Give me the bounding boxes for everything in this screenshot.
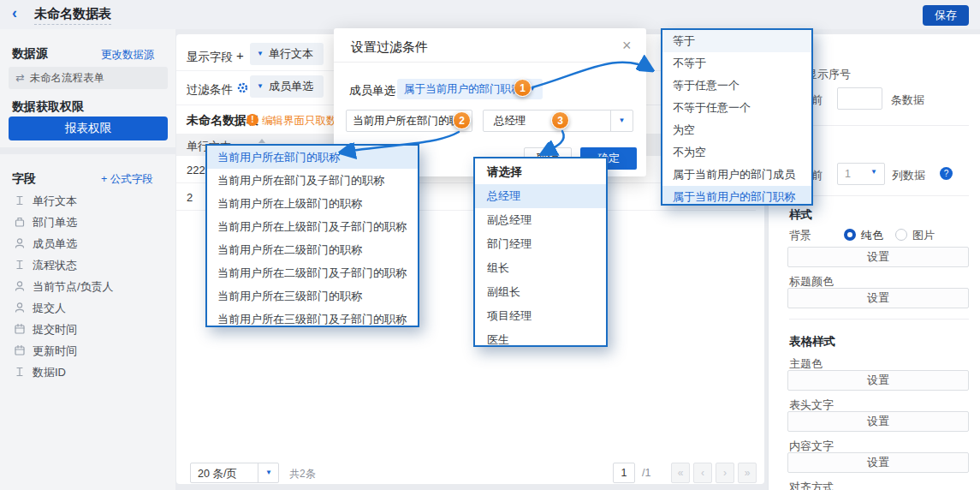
- field-item[interactable]: 当前节点/负责人: [0, 276, 175, 297]
- dropdown-option[interactable]: 等于: [662, 30, 811, 52]
- dropdown-placeholder: 请选择: [475, 158, 606, 184]
- content-text-set-button[interactable]: 设置: [787, 452, 969, 473]
- save-button[interactable]: 保存: [923, 5, 969, 26]
- dropdown-option[interactable]: 当前用户所在上级部门及子部门的职称: [207, 215, 418, 238]
- back-icon[interactable]: ‹: [12, 4, 17, 22]
- close-icon[interactable]: ×: [622, 37, 632, 55]
- add-formula-field-link[interactable]: + 公式字段: [101, 172, 153, 187]
- dropdown-option[interactable]: 属于当前用户的部门成员: [662, 164, 811, 186]
- datasource-name: 未命名流程表单: [29, 72, 104, 84]
- report-permission-button[interactable]: 报表权限: [9, 117, 168, 140]
- field-item[interactable]: 单行文本: [0, 190, 175, 212]
- dropdown-option[interactable]: 副组长: [475, 280, 606, 304]
- next-page-button[interactable]: ›: [716, 463, 734, 483]
- dropdown-option[interactable]: 当前用户所在二级部门及子部门的职称: [207, 261, 418, 284]
- freeze-count-select[interactable]: 1 ▼: [837, 163, 885, 185]
- solid-radio[interactable]: [844, 229, 856, 241]
- show-front-count-input[interactable]: [837, 87, 882, 110]
- prev-page-button[interactable]: ‹: [693, 463, 712, 483]
- dropdown-option[interactable]: 不等于: [662, 52, 811, 75]
- change-datasource-link[interactable]: 更改数据源: [101, 48, 155, 63]
- dropdown-option[interactable]: 医生: [475, 328, 606, 347]
- field-label: 部门单选: [33, 215, 77, 230]
- title-color-set-button[interactable]: 设置: [787, 288, 969, 308]
- field-item[interactable]: 数据ID: [0, 362, 175, 383]
- page-size-select[interactable]: 20 条/页 ▼: [190, 463, 279, 483]
- image-label: 图片: [912, 228, 935, 243]
- image-radio[interactable]: [895, 229, 907, 241]
- first-page-button[interactable]: «: [671, 463, 690, 483]
- align-label: 对齐方式: [789, 480, 834, 490]
- page-size-value: 20 条/页: [198, 467, 237, 481]
- field-label: 单行文本: [33, 194, 77, 209]
- dropdown-option[interactable]: 副总经理: [475, 208, 606, 232]
- dropdown-option[interactable]: 部门经理: [475, 232, 606, 256]
- sidebar-divider: [0, 147, 175, 154]
- field-label: 当前节点/负责人: [33, 279, 114, 295]
- field-label: 数据ID: [33, 365, 66, 380]
- total-count: 共2条: [289, 467, 316, 481]
- dropdown-option[interactable]: 当前用户所在上级部门的职称: [207, 192, 418, 215]
- field-item[interactable]: 部门单选: [0, 212, 175, 233]
- freeze-count-value: 1: [845, 168, 851, 180]
- last-page-button[interactable]: »: [738, 463, 757, 483]
- current-page-input[interactable]: 1: [613, 463, 635, 483]
- cell-value: 2: [187, 191, 193, 204]
- dropdown-option[interactable]: 总经理: [475, 184, 606, 208]
- permission-title: 数据获取权限: [12, 99, 84, 115]
- text-icon: [14, 194, 26, 206]
- datasource-item[interactable]: ⇄未命名流程表单: [9, 67, 168, 89]
- dropdown-option[interactable]: 不为空: [662, 141, 811, 164]
- dropdown-option[interactable]: 当前用户所在二级部门的职称: [207, 238, 418, 261]
- chevron-down-icon: ▼: [610, 111, 633, 131]
- divider: [789, 125, 969, 126]
- dropdown-option[interactable]: 当前用户所在三级部门及子部门的职称: [207, 308, 418, 327]
- cell-value: 222: [187, 164, 205, 176]
- step-badge-2: 2: [453, 111, 471, 129]
- member-icon: [14, 237, 26, 249]
- page-title[interactable]: 未命名数据表: [34, 6, 111, 25]
- member-icon: [14, 302, 26, 314]
- divider: [789, 319, 969, 320]
- chevron-down-icon: ▼: [870, 168, 877, 176]
- dropdown-option[interactable]: 属于当前用户的部门职称: [662, 186, 811, 206]
- field-label: 成员单选: [33, 236, 77, 252]
- gear-icon[interactable]: [236, 81, 249, 97]
- dropdown-option[interactable]: 为空: [662, 119, 811, 141]
- dept-icon: [14, 216, 26, 228]
- field-label: 提交人: [33, 301, 66, 316]
- title-dropdown: 当前用户所在部门的职称 当前用户所在部门及子部门的职称 当前用户所在上级部门的职…: [205, 144, 419, 327]
- calendar-icon: [14, 344, 26, 356]
- filter-field-chip[interactable]: ▼成员单选: [250, 75, 324, 98]
- value-dropdown: 请选择 总经理 副总经理 部门经理 组长 副组长 项目经理 医生: [473, 157, 608, 347]
- modal-title: 设置过滤条件: [351, 39, 428, 56]
- display-field-chip[interactable]: ▼单行文本: [250, 43, 324, 65]
- text-icon: [14, 259, 26, 271]
- add-display-field-button[interactable]: +: [236, 48, 244, 63]
- chevron-down-icon: ▼: [258, 463, 279, 482]
- help-icon[interactable]: ?: [940, 167, 953, 180]
- select-value: 总经理: [494, 115, 526, 127]
- solid-label: 纯色: [861, 228, 883, 243]
- field-item[interactable]: 成员单选: [0, 233, 175, 254]
- calendar-icon: [14, 323, 26, 335]
- field-item[interactable]: 提交人: [0, 297, 175, 319]
- field-item[interactable]: 更新时间: [0, 340, 175, 362]
- display-field-value: 单行文本: [269, 47, 313, 60]
- theme-color-set-button[interactable]: 设置: [787, 370, 969, 391]
- background-set-button[interactable]: 设置: [787, 247, 969, 267]
- dropdown-option[interactable]: 当前用户所在部门的职称: [207, 146, 418, 169]
- field-item[interactable]: 提交时间: [0, 319, 175, 340]
- dropdown-option[interactable]: 等于任意一个: [662, 75, 811, 97]
- header-text-set-button[interactable]: 设置: [787, 411, 969, 432]
- dropdown-option[interactable]: 当前用户所在部门及子部门的职称: [207, 169, 418, 192]
- filter-field-label: 成员单选: [349, 83, 395, 99]
- dropdown-option[interactable]: 组长: [475, 256, 606, 280]
- dropdown-option[interactable]: 当前用户所在三级部门的职称: [207, 284, 418, 308]
- member-icon: [14, 280, 26, 292]
- warning-icon: !: [246, 114, 258, 126]
- sidebar: 数据源 更改数据源 ⇄未命名流程表单 数据获取权限 报表权限 字段 + 公式字段…: [0, 29, 175, 490]
- dropdown-option[interactable]: 项目经理: [475, 304, 606, 328]
- dropdown-option[interactable]: 不等于任意一个: [662, 97, 811, 119]
- field-item[interactable]: 流程状态: [0, 254, 175, 276]
